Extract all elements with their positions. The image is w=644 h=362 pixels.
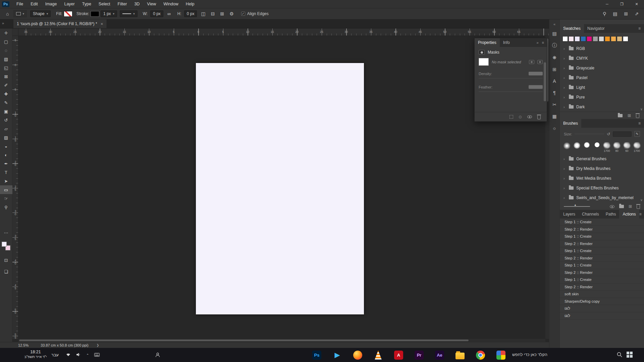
history-panel-icon[interactable]: ▤ [552, 31, 556, 36]
feather-value-box[interactable] [529, 85, 543, 89]
brush-group-row[interactable]: › General Brushes [560, 154, 644, 164]
stroke-width-field[interactable]: 1 px ▾ [101, 10, 117, 17]
menu-item[interactable]: Help [182, 0, 198, 8]
color-swatch[interactable] [617, 36, 622, 42]
scrollbar-thumb[interactable] [19, 340, 469, 341]
textured-brush-thumbnail[interactable]: 80 [612, 142, 622, 153]
lasso-tool[interactable]: ◌ [0, 46, 12, 55]
photoshop-app[interactable]: Ps [307, 348, 327, 362]
soft-brush-thumbnail[interactable] [562, 142, 572, 149]
tab-close-icon[interactable]: ✕ [101, 22, 103, 26]
chevron-right-icon[interactable]: › [564, 186, 566, 190]
brush-size-track[interactable] [575, 134, 604, 134]
file-explorer-app[interactable] [450, 348, 470, 362]
action-row[interactable]: Step 2 :: Render [560, 269, 644, 277]
add-pixel-mask-icon[interactable] [529, 60, 534, 64]
new-swatch-icon[interactable]: ⊞ [628, 113, 631, 118]
chevron-right-icon[interactable]: › [564, 196, 566, 200]
edit-toolbar-ellipsis-icon[interactable]: ⋯ [0, 228, 12, 237]
textured-brush-thumbnail[interactable]: 1700 [632, 142, 641, 153]
color-swatch[interactable] [599, 36, 604, 42]
color-swatch[interactable] [569, 36, 574, 42]
color-swatch[interactable] [605, 36, 610, 42]
menu-item[interactable]: Select [95, 0, 114, 8]
tab-brushes[interactable]: Brushes [560, 119, 581, 128]
swatch-group-row[interactable]: › Grayscale [560, 63, 644, 73]
color-swatch[interactable] [575, 36, 580, 42]
brush-group-row[interactable]: › Wet Media Brushes [560, 173, 644, 183]
paragraph-panel-icon[interactable]: ¶ [553, 90, 556, 96]
learn-panel-icon[interactable]: ☼ [552, 125, 557, 131]
menu-item[interactable]: 3D [130, 0, 143, 8]
swatch-group-row[interactable]: › RGB [560, 44, 644, 53]
brush-edit-icon[interactable]: ✎ [634, 131, 640, 137]
panel-menu-icon[interactable]: ≡ [638, 119, 644, 128]
color-swatch[interactable] [623, 36, 628, 42]
action-row[interactable]: Step 1 :: Create [560, 276, 644, 284]
swatch-group-row[interactable]: › Dark [560, 102, 644, 112]
brush-tool[interactable]: ✎ [0, 98, 12, 107]
swatch-group-row[interactable]: › Pastel [560, 73, 644, 82]
textured-brush-thumbnail[interactable]: 60 [623, 142, 632, 153]
tool-preset-picker[interactable]: ▾ [13, 10, 27, 17]
panel-tab[interactable]: Swatches [560, 24, 584, 33]
zoom-level-field[interactable]: 12.5% [18, 343, 29, 347]
delete-brush-trash-icon[interactable] [637, 205, 640, 209]
menu-item[interactable]: Window [160, 0, 182, 8]
wifi-icon[interactable] [66, 352, 71, 358]
new-group-folder-icon[interactable] [619, 205, 624, 208]
vlc-app[interactable] [368, 348, 388, 362]
action-row[interactable]: Step 2 :: Render [560, 284, 644, 291]
chevron-right-icon[interactable]: › [564, 47, 566, 51]
brush-group-row[interactable]: › Special Effects Brushes [560, 183, 644, 193]
action-row[interactable]: Step 2 :: Render [560, 226, 644, 233]
panel-tab[interactable]: Info [500, 38, 513, 47]
panel-tab[interactable]: Paths [602, 210, 620, 219]
foreground-background-colors[interactable] [2, 242, 10, 250]
reset-undo-icon[interactable]: ↺ [607, 132, 610, 136]
volume-icon[interactable] [76, 352, 81, 358]
panel-menu-icon[interactable]: ≡ [638, 24, 644, 33]
zoom-tool[interactable]: ⚲ [0, 203, 12, 212]
workspace-switcher-icon[interactable]: ⊞ [624, 11, 628, 16]
scissors-panel-icon[interactable]: ✂ [552, 102, 556, 107]
taskbar-search-icon[interactable] [616, 352, 623, 359]
menu-item[interactable]: File [13, 0, 27, 8]
mask-thumbnail[interactable] [479, 58, 489, 66]
language-indicator[interactable]: עבר [48, 348, 62, 362]
panel-scrollbar-thumb[interactable] [544, 62, 546, 101]
horizontal-scrollbar[interactable] [18, 339, 545, 342]
menu-item[interactable]: Edit [27, 0, 42, 8]
marquee-tool[interactable]: ▢ [0, 37, 12, 46]
chevron-right-icon[interactable]: › [564, 85, 566, 89]
feather-track[interactable] [479, 92, 543, 92]
fill-swatch[interactable] [64, 11, 72, 17]
status-options-chevron-icon[interactable]: ❯ [97, 344, 99, 347]
shape-settings-gear-icon[interactable]: ⚙ [229, 11, 234, 16]
firefox-app[interactable] [347, 348, 368, 362]
document-page[interactable] [196, 63, 364, 314]
frame-tool[interactable]: ⊠ [0, 72, 12, 81]
panel-menu-icon[interactable]: ≡ [542, 41, 544, 45]
healing-brush-tool[interactable]: ✚ [0, 89, 12, 98]
people-icon[interactable] [155, 348, 160, 362]
color-swatch[interactable] [611, 36, 616, 42]
screen-mode-icon[interactable]: ❏ [0, 267, 12, 276]
color-swatch[interactable] [581, 36, 586, 42]
pen-tool[interactable]: ✒ [0, 159, 12, 168]
menu-item[interactable]: Layer [60, 0, 78, 8]
stroke-style-select[interactable]: ▾ [120, 10, 138, 17]
action-row[interactable]: Step 1 :: Create [560, 247, 644, 255]
action-row[interactable]: Step 1 :: Create [560, 233, 644, 240]
quick-mask-icon[interactable]: ⊡ [0, 256, 12, 264]
action-row[interactable]: soft skin [560, 291, 644, 298]
tool-mode-select[interactable]: Shape ▾ [30, 10, 51, 17]
action-row[interactable]: Step 1 :: Create [560, 219, 644, 226]
add-vector-mask-icon[interactable] [537, 60, 543, 64]
path-arrangement-icon[interactable]: ⊞ [220, 11, 224, 16]
brush-group-row[interactable]: › Dry Media Brushes [560, 164, 644, 173]
stroke-width-slider[interactable]: ▲ [564, 206, 590, 207]
eyedropper-tool[interactable]: ✐ [0, 81, 12, 89]
object-selection-tool[interactable]: ▧ [0, 55, 12, 63]
move-tool[interactable]: ✛ [0, 28, 12, 37]
